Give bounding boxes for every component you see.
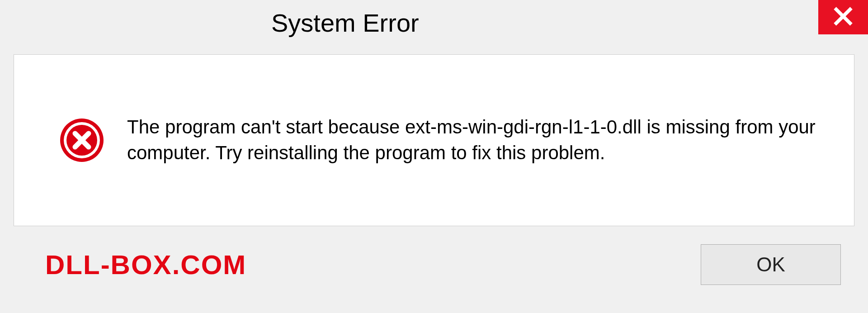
ok-button[interactable]: OK	[701, 244, 841, 285]
footer: DLL-BOX.COM OK	[0, 226, 868, 285]
error-icon	[59, 118, 104, 163]
watermark-text: DLL-BOX.COM	[45, 249, 246, 280]
dialog-title: System Error	[271, 8, 419, 38]
close-icon	[833, 6, 854, 28]
ok-button-label: OK	[756, 253, 785, 276]
titlebar: System Error	[0, 0, 868, 45]
error-message: The program can't start because ext-ms-w…	[127, 114, 827, 166]
content-panel: The program can't start because ext-ms-w…	[14, 54, 854, 226]
close-button[interactable]	[818, 0, 868, 34]
